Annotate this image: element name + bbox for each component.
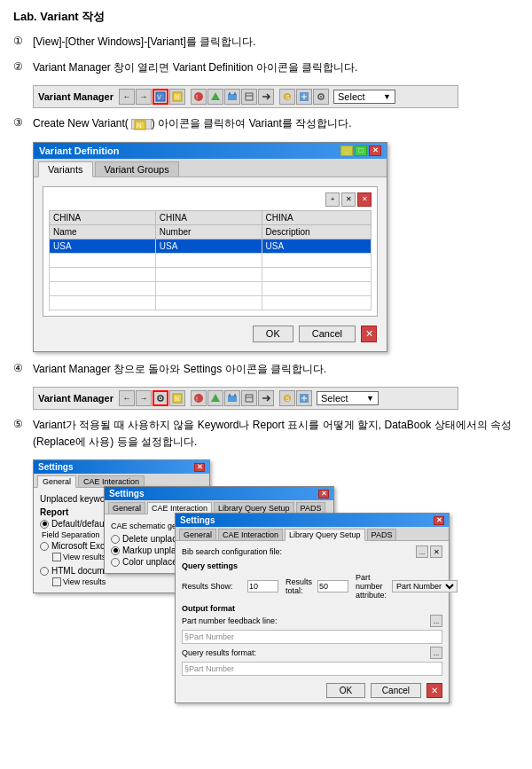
settings3-footer: OK Cancel ✕ [182, 678, 442, 698]
tb-icon-5[interactable] [224, 89, 240, 105]
btn-ok[interactable]: OK [253, 326, 293, 342]
tb-icon-settings[interactable] [313, 89, 329, 105]
s3-bib-row: Bib search configuration file: ... ✕ [182, 545, 442, 558]
toolbar2-label: Variant Manager [38, 393, 113, 404]
s3-part-feedback-input[interactable]: §Part Number [182, 630, 442, 644]
btn-x[interactable]: ✕ [361, 326, 377, 342]
col-desc-header: CHINA [262, 210, 371, 224]
s3-query-results-row: Query results format: ... [182, 647, 442, 659]
s2-radio-3[interactable] [111, 558, 120, 567]
toolbar2-select[interactable]: Select ▼ [317, 391, 379, 405]
s2-tab-general[interactable]: General [108, 502, 145, 514]
tb2-icon-9[interactable] [296, 390, 312, 406]
toolbar1-select[interactable]: Select ▼ [333, 90, 395, 104]
step-text-2: Variant Manager 창이 열리면 Variant Definitio… [33, 59, 519, 76]
col-description: Description [262, 224, 371, 239]
tb-icon-7[interactable] [258, 89, 274, 105]
tb-icon-3[interactable]: ! [191, 89, 207, 105]
btn-cancel[interactable]: Cancel [299, 326, 356, 342]
s3-btn-ok[interactable]: OK [326, 683, 365, 698]
tb2-icon-settings-highlighted[interactable] [153, 390, 168, 406]
tb2-icon-4[interactable] [207, 390, 223, 406]
tb-icon-new[interactable]: N [169, 89, 185, 105]
svg-point-18 [320, 96, 322, 98]
settings1-title: Settings ✕ [34, 460, 209, 474]
tb2-icon-2[interactable]: N [169, 390, 185, 406]
tb-icon-back[interactable]: ← [119, 89, 135, 105]
dialog-minimize[interactable]: _ [340, 145, 353, 156]
s3-query-results-input[interactable]: §Part Number [182, 662, 442, 676]
tb2-icon-8[interactable]: S [279, 390, 295, 406]
s1-cb-1[interactable] [52, 553, 61, 561]
s3-tab-general[interactable]: General [179, 529, 216, 540]
s1-radio-1[interactable] [40, 520, 49, 529]
dialog-close[interactable]: ✕ [369, 145, 381, 156]
step-num-5: ⑤ [13, 417, 33, 430]
tb2-icon-back[interactable]: ← [119, 390, 135, 406]
settings-dialog-3: Settings ✕ General CAE Interaction Libra… [175, 513, 450, 703]
svg-rect-28 [228, 396, 237, 402]
variant-def-toolbar: + ✕ ✕ [49, 192, 372, 207]
s2-radio-2[interactable] [111, 546, 120, 555]
tb2-icon-forward[interactable]: → [136, 390, 152, 406]
cell-name-usa: USA [50, 239, 156, 253]
dtb-icon-x[interactable]: ✕ [357, 192, 372, 207]
svg-rect-7 [228, 94, 237, 100]
s1-radio-3[interactable] [40, 567, 49, 576]
toolbar2-select-arrow: ▼ [366, 394, 374, 403]
tb-icon-4[interactable] [207, 89, 223, 105]
s3-tab-lib[interactable]: Library Query Setup [285, 529, 365, 541]
tb-icon-variant-def[interactable]: V [153, 89, 168, 105]
toolbar2-icons: ← → N ! S Select ▼ [119, 390, 453, 406]
s3-close[interactable]: ✕ [434, 516, 444, 525]
s1-radio-2[interactable] [40, 542, 49, 551]
dialog-maximize[interactable]: □ [355, 145, 367, 156]
svg-point-22 [160, 397, 161, 399]
dtb-icon-1[interactable]: + [325, 192, 340, 207]
toolbar1-icons: ← → V N ! S [119, 89, 453, 105]
tb-icon-forward[interactable]: → [136, 89, 152, 105]
s2-radio-1[interactable] [111, 535, 120, 544]
s3-results-total-input[interactable] [317, 580, 348, 592]
tb-icon-9[interactable] [296, 89, 312, 105]
s1-tab-general[interactable]: General [37, 475, 76, 488]
settings2-title: Settings ✕ [105, 487, 333, 500]
s3-results-show-input[interactable] [247, 580, 278, 592]
table-row-empty-2 [50, 267, 372, 281]
tb2-icon-7[interactable] [258, 390, 274, 406]
s3-part-attr-select[interactable]: Part Number [392, 580, 458, 592]
svg-text:S: S [286, 396, 290, 402]
dialog-title-buttons: _ □ ✕ [340, 145, 381, 156]
variant-manager-toolbar-1: Variant Manager ← → V N ! S [33, 85, 458, 108]
svg-text:N: N [175, 396, 179, 402]
variant-def-footer: OK Cancel ✕ [38, 321, 382, 347]
table-row-usa[interactable]: USA USA USA [50, 239, 372, 253]
s3-btn-cancel[interactable]: Cancel [371, 683, 421, 698]
s3-tab-cae[interactable]: CAE Interaction [218, 529, 283, 540]
tb2-icon-3[interactable]: ! [191, 390, 207, 406]
tb-icon-6[interactable] [241, 89, 257, 105]
s3-bib-btn-1[interactable]: ... [416, 545, 428, 558]
s2-close[interactable]: ✕ [318, 490, 329, 498]
svg-text:N: N [137, 122, 142, 129]
tb2-icon-6[interactable] [241, 390, 257, 406]
tb2-icon-5[interactable] [224, 390, 240, 406]
s1-close[interactable]: ✕ [194, 463, 205, 472]
toolbar2-select-label: Select [321, 393, 348, 404]
s3-results-show-row: Results Show: Results total: Part number… [182, 573, 442, 600]
col-name: Name [50, 224, 156, 239]
tb-icon-8[interactable]: S [279, 89, 295, 105]
s1-cb-2[interactable] [52, 577, 61, 586]
svg-text:S: S [286, 94, 290, 100]
s3-bib-btn-2[interactable]: ✕ [430, 545, 442, 558]
s3-feedback-btn[interactable]: ... [430, 615, 442, 627]
toolbar1-select-arrow: ▼ [383, 92, 391, 101]
variant-manager-toolbar-2: Variant Manager ← → N ! S [33, 387, 458, 410]
svg-marker-6 [211, 92, 220, 100]
s3-query-btn[interactable]: ... [430, 647, 442, 659]
dtb-icon-2[interactable]: ✕ [341, 192, 356, 207]
tab-variants[interactable]: Variants [38, 161, 93, 177]
tab-variant-groups[interactable]: Variant Groups [95, 161, 179, 177]
s3-btn-x[interactable]: ✕ [426, 683, 442, 698]
s3-tab-pads[interactable]: PADS [367, 529, 397, 540]
